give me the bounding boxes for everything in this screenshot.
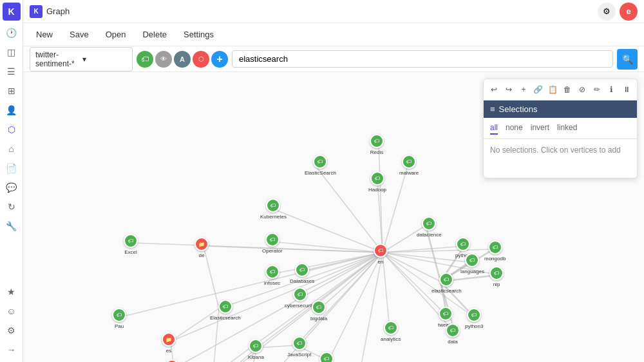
sidebar-icon-list[interactable]: ☰ [3, 62, 21, 81]
graph-node[interactable]: 📁fr [165, 359, 179, 362]
search-button[interactable]: 🔍 [617, 49, 638, 70]
graph-node[interactable]: 🏷Databases [290, 263, 314, 284]
sidebar-icon-chart[interactable]: ◫ [3, 43, 21, 61]
graph-node[interactable]: 🏷en [374, 243, 388, 265]
toolbar: New Save Open Delete Settings [23, 23, 644, 46]
tab-invert[interactable]: invert [531, 122, 549, 135]
edit-button[interactable]: ✏ [591, 82, 604, 97]
redo-button[interactable]: ↪ [502, 82, 516, 97]
graph-node[interactable]: 🏷Kibana [248, 339, 264, 360]
node-label: Kubernetes [260, 214, 287, 220]
graph-node[interactable]: 📁es [162, 332, 176, 354]
sidebar-icon-expand[interactable]: → [3, 341, 21, 359]
node-label: Kibana [248, 354, 264, 360]
undo-button[interactable]: ↩ [488, 82, 501, 97]
node-label: Hadoop [368, 187, 386, 193]
delete-button[interactable]: Delete [136, 27, 173, 42]
filter-icon-red[interactable]: ⬡ [193, 51, 209, 68]
sidebar: K 🕐 ◫ ☰ ⊞ 👤 ⬡ ⌂ 📄 💬 ↻ 🔧 ★ ☺ ⚙ → [0, 0, 23, 362]
open-button[interactable]: Open [99, 27, 133, 42]
sidebar-icon-home[interactable]: ⌂ [3, 140, 21, 158]
graph-node[interactable]: 🏷Elasticsearch [210, 300, 241, 321]
graph-node[interactable]: 🏷elasticsearch [431, 272, 462, 294]
graph-node[interactable]: 🏷Pau [112, 308, 126, 329]
new-button[interactable]: New [30, 27, 59, 42]
selections-tabs: all none invert linked [484, 118, 637, 139]
app-logo: K [3, 3, 21, 21]
graph-node[interactable]: 🏷Kubernetes [260, 198, 287, 220]
search-input[interactable] [232, 50, 613, 68]
graph-node[interactable]: 🏷python3 [465, 308, 483, 329]
node-label: Operator [262, 248, 283, 254]
graph-node[interactable]: 🏷languages [460, 253, 484, 274]
graph-node[interactable]: 🏷nlp [489, 266, 504, 287]
info-button[interactable]: ℹ [605, 82, 618, 97]
sidebar-icon-doc[interactable]: 📄 [3, 159, 21, 177]
filter-button[interactable]: ⊘ [576, 82, 589, 97]
selections-title: Selections [499, 104, 538, 114]
graph-node[interactable]: 🏷JavaScript [287, 336, 311, 357]
sidebar-icon-smile[interactable]: ☺ [3, 302, 21, 320]
node-label: Databases [290, 278, 314, 284]
graph-node[interactable]: 🏷infosec [264, 265, 280, 286]
settings-button[interactable]: ⚙ [598, 3, 616, 21]
sidebar-icon-settings2[interactable]: 🔧 [3, 217, 21, 235]
node-label: es [166, 348, 171, 354]
graph-node[interactable]: 🏷analytics [381, 321, 401, 342]
sidebar-icon-graph[interactable]: ⬡ [3, 120, 21, 138]
node-label: datacience [417, 232, 442, 238]
add-selection-button[interactable]: + [517, 82, 531, 97]
title-actions: ⚙ e [598, 3, 638, 21]
node-label: bigdata [310, 316, 327, 321]
filter-icon-darkgray[interactable]: A [174, 51, 191, 68]
sidebar-icon-refresh[interactable]: ↻ [3, 198, 21, 216]
tab-none[interactable]: none [506, 122, 523, 135]
selections-toolbar: ↩ ↪ + 🔗 📋 🗑 ⊘ ✏ ℹ ⏸ [484, 79, 637, 100]
graph-node[interactable]: 🏷bigdata [310, 300, 327, 321]
datasource-value: twitter-sentiment-* [35, 50, 80, 68]
dropdown-arrow-icon: ▾ [82, 55, 127, 64]
copy-button[interactable]: 📋 [546, 82, 560, 97]
selections-icon: ≡ [490, 104, 495, 114]
settings-menu-button[interactable]: Settings [177, 27, 220, 42]
pause-button[interactable]: ⏸ [620, 82, 633, 97]
graph-node[interactable]: 🏷malware [399, 155, 419, 176]
delete-sel-button[interactable]: 🗑 [561, 82, 574, 97]
graph-area[interactable]: 🏷Redis🏷malware🏷ElasticSearch🏷Hadoop🏷Kube… [23, 72, 644, 362]
searchbar: twitter-sentiment-* ▾ 🏷 👁 A ⬡ + 🔍 [23, 46, 644, 72]
graph-node[interactable]: 🏷mongodb [484, 240, 506, 262]
node-label: Redis [370, 149, 383, 155]
graph-node[interactable]: 🏷Hadoop [368, 171, 386, 193]
node-label: Excel [124, 249, 137, 255]
graph-node[interactable]: 🏷data [446, 323, 460, 345]
graph-node[interactable]: 🏷Excel [124, 234, 138, 255]
filter-icons: 🏷 👁 A ⬡ + [137, 51, 228, 68]
sidebar-icon-clock[interactable]: 🕐 [3, 24, 21, 42]
sidebar-icon-chat[interactable]: 💬 [3, 178, 21, 196]
graph-node[interactable]: 📁de [194, 237, 209, 258]
sidebar-icon-gear[interactable]: ⚙ [3, 321, 21, 339]
filter-icon-gray[interactable]: 👁 [155, 51, 172, 68]
node-label: python3 [465, 323, 483, 329]
user-avatar[interactable]: e [620, 3, 638, 21]
node-label: JavaScript [287, 352, 311, 357]
page-title: Graph [46, 6, 598, 16]
graph-node[interactable]: 🏷Operator [262, 233, 283, 254]
save-button[interactable]: Save [63, 27, 95, 42]
graph-node[interactable]: 🏷ElasticSearch [305, 155, 336, 176]
selections-panel: ↩ ↪ + 🔗 📋 🗑 ⊘ ✏ ℹ ⏸ ≡ Selections all non… [483, 79, 638, 178]
graph-node[interactable]: 🏷BI [319, 352, 334, 362]
node-label: mongodb [484, 256, 506, 262]
tab-linked[interactable]: linked [557, 122, 577, 135]
tab-all[interactable]: all [490, 122, 498, 135]
sidebar-icon-user[interactable]: 👤 [3, 101, 21, 119]
sidebar-icon-star[interactable]: ★ [3, 283, 21, 301]
graph-node[interactable]: 🏷Redis [370, 134, 384, 155]
graph-node[interactable]: 🏷datacience [417, 216, 442, 238]
filter-icon-green[interactable]: 🏷 [137, 51, 153, 68]
selections-header: ≡ Selections [484, 100, 637, 118]
filter-icon-add[interactable]: + [211, 51, 228, 68]
datasource-select[interactable]: twitter-sentiment-* ▾ [30, 47, 133, 71]
sidebar-icon-calendar[interactable]: ⊞ [3, 82, 21, 100]
link-button[interactable]: 🔗 [531, 82, 545, 97]
